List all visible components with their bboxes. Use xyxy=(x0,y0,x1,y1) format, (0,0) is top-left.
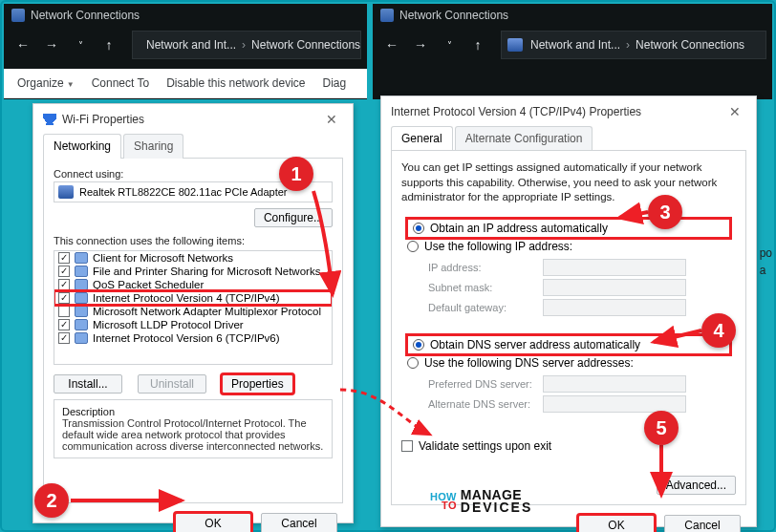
cancel-button[interactable]: Cancel xyxy=(664,515,741,532)
list-item: Internet Protocol Version 6 (TCP/IPv6) xyxy=(54,331,332,345)
annotation-4: 4 xyxy=(701,313,736,348)
radio-icon xyxy=(407,357,419,369)
brand-logo: HOW TO MANAGE DEVICES xyxy=(430,489,532,515)
radio-icon xyxy=(413,223,424,234)
organize-menu[interactable]: Organize▼ xyxy=(17,76,75,90)
network-icon xyxy=(11,9,25,22)
uninstall-button: Uninstall xyxy=(138,374,206,394)
back-button[interactable]: ← xyxy=(378,32,405,58)
checkbox[interactable] xyxy=(58,292,70,304)
radio-use-ip[interactable]: Use the following IP address: xyxy=(407,238,730,255)
list-item: Client for Microsoft Networks xyxy=(54,251,332,265)
close-button[interactable]: ✕ xyxy=(320,110,343,129)
up-button[interactable]: ↑ xyxy=(464,32,491,58)
connect-to-button[interactable]: Connect To xyxy=(92,76,150,90)
ip-address-field xyxy=(543,259,686,276)
recent-button[interactable]: ˅ xyxy=(436,32,463,58)
checkbox[interactable] xyxy=(58,332,70,344)
protocol-icon xyxy=(75,279,88,290)
radio-auto-ip[interactable]: Obtain an IP address automatically xyxy=(407,219,730,238)
close-button[interactable]: ✕ xyxy=(723,102,746,121)
forward-button[interactable]: → xyxy=(407,32,434,58)
annotation-3: 3 xyxy=(648,195,682,229)
protocol-icon xyxy=(75,292,88,304)
checkbox[interactable] xyxy=(401,440,413,452)
list-item-ipv4: Internet Protocol Version 4 (TCP/IPv4) xyxy=(54,291,332,305)
pref-dns-field xyxy=(543,375,686,393)
list-item: Microsoft LLDP Protocol Driver xyxy=(54,318,332,331)
list-item: QoS Packet Scheduler xyxy=(54,278,332,291)
annotation-5: 5 xyxy=(644,411,679,445)
chevron-right-icon: › xyxy=(242,38,246,52)
crumb-1[interactable]: Network and Int... xyxy=(530,38,620,52)
list-item: Microsoft Network Adapter Multiplexor Pr… xyxy=(54,305,332,318)
tab-sharing[interactable]: Sharing xyxy=(123,134,183,159)
gateway-label: Default gateway: xyxy=(428,302,533,313)
wifi-icon xyxy=(43,114,56,125)
protocol-icon xyxy=(75,306,88,317)
diagnose-button[interactable]: Diag xyxy=(323,76,347,90)
radio-icon xyxy=(413,339,424,351)
tab-alternate[interactable]: Alternate Configuration xyxy=(455,126,593,151)
description-heading: Description xyxy=(62,406,324,417)
forward-button[interactable]: → xyxy=(38,32,65,58)
crumb-2[interactable]: Network Connections xyxy=(251,38,360,52)
protocol-icon xyxy=(75,252,88,264)
radio-icon xyxy=(407,241,419,252)
protocol-icon xyxy=(75,266,88,277)
annotation-2: 2 xyxy=(34,483,69,518)
cancel-button[interactable]: Cancel xyxy=(261,513,337,532)
adapter-icon xyxy=(58,185,74,199)
tab-general[interactable]: General xyxy=(391,126,453,151)
crumb-1[interactable]: Network and Int... xyxy=(146,38,236,52)
window-title: Network Connections xyxy=(399,9,508,22)
description-box: Description Transmission Control Protoco… xyxy=(54,399,333,458)
gateway-field xyxy=(543,299,686,316)
ok-button[interactable]: OK xyxy=(578,515,655,532)
recent-button[interactable]: ˅ xyxy=(67,32,94,58)
subnet-label: Subnet mask: xyxy=(428,282,533,293)
checkbox[interactable] xyxy=(58,266,70,277)
ok-button[interactable]: OK xyxy=(175,513,251,532)
protocol-icon xyxy=(75,319,88,330)
description-text: Transmission Control Protocol/Internet P… xyxy=(62,417,324,452)
ip-fields: IP address: Subnet mask: Default gateway… xyxy=(428,259,730,316)
checkbox[interactable] xyxy=(58,306,70,317)
checkbox[interactable] xyxy=(58,319,70,330)
breadcrumb[interactable]: Network and Int... › Network Connections xyxy=(132,31,361,59)
adapter-name: Realtek RTL8822CE 802.11ac PCIe Adapter xyxy=(79,186,288,198)
alt-dns-label: Alternate DNS server: xyxy=(428,398,533,410)
validate-checkbox[interactable]: Validate settings upon exit xyxy=(401,437,736,455)
checkbox[interactable] xyxy=(58,252,70,264)
disable-device-button[interactable]: Disable this network device xyxy=(166,76,305,90)
configure-button[interactable]: Configure... xyxy=(254,208,333,227)
dns-fields: Preferred DNS server: Alternate DNS serv… xyxy=(428,375,730,413)
checkbox[interactable] xyxy=(58,279,70,290)
back-button[interactable]: ← xyxy=(10,32,36,58)
radio-use-dns[interactable]: Use the following DNS server addresses: xyxy=(407,354,730,372)
tab-networking[interactable]: Networking xyxy=(43,134,121,159)
explorer-window-right: Network Connections ← → ˅ ↑ Network and … xyxy=(373,4,772,99)
list-item: File and Printer Sharing for Microsoft N… xyxy=(54,265,332,278)
crumb-2[interactable]: Network Connections xyxy=(636,38,744,52)
folder-icon xyxy=(507,38,523,52)
items-list[interactable]: Client for Microsoft Networks File and P… xyxy=(54,250,333,365)
up-button[interactable]: ↑ xyxy=(96,32,122,58)
info-text: You can get IP settings assigned automat… xyxy=(401,160,736,205)
properties-button[interactable]: Properties xyxy=(222,374,293,394)
advanced-button[interactable]: Advanced... xyxy=(657,476,736,495)
ip-address-label: IP address: xyxy=(428,262,533,273)
dialog-title: Wi-Fi Properties xyxy=(62,113,144,126)
subnet-field xyxy=(543,279,686,296)
breadcrumb[interactable]: Network and Int... › Network Connections xyxy=(501,31,766,59)
chevron-right-icon: › xyxy=(626,38,630,52)
pref-dns-label: Preferred DNS server: xyxy=(428,378,533,390)
window-title: Network Connections xyxy=(31,9,140,22)
items-label: This connection uses the following items… xyxy=(54,235,333,246)
alt-dns-field xyxy=(543,395,686,413)
ipv4-properties-dialog: Internet Protocol Version 4 (TCP/IPv4) P… xyxy=(380,96,757,527)
network-icon xyxy=(380,9,394,22)
install-button[interactable]: Install... xyxy=(54,374,122,394)
radio-auto-dns[interactable]: Obtain DNS server address automatically xyxy=(407,335,730,354)
annotation-1: 1 xyxy=(279,157,313,191)
